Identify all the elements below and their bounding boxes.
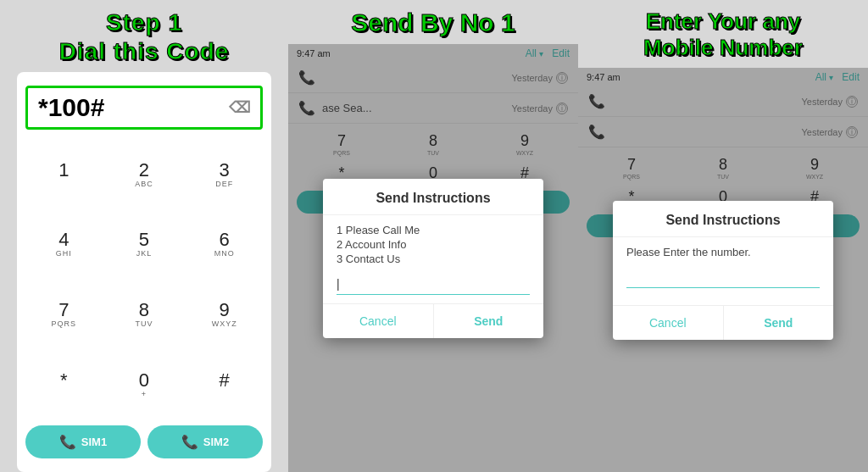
dialog-title-3: Send Instructions <box>613 201 833 237</box>
dialog-title-2: Send Instructions <box>323 179 543 215</box>
phone-screen-1: *100# ⌫ 1 2ABC 3DEF 4GHI 5JKL 6MNO 7PQRS… <box>17 72 271 472</box>
dialog-item-1: 1 Please Call Me <box>337 224 530 236</box>
panel3-label-bg: Enter Your any Mobile Number <box>578 0 868 68</box>
dialog-item-2: 2 Account Info <box>337 238 530 251</box>
dial-key-3[interactable]: 3DEF <box>186 142 263 208</box>
dialog-input-3[interactable] <box>626 267 820 288</box>
dial-key-hash[interactable]: # <box>186 352 263 419</box>
dial-key-1[interactable]: 1 <box>25 142 103 208</box>
send-by-title: Send By No 1 <box>297 8 570 37</box>
send-instructions-dialog-2: Send Instructions 1 Please Call Me 2 Acc… <box>323 179 543 338</box>
cancel-button-2[interactable]: Cancel <box>323 304 434 338</box>
dialog-item-3: 3 Contact Us <box>337 253 530 265</box>
panel-step2: Send By No 1 9:47 am All ▾ Edit 📞 Yester… <box>288 0 578 472</box>
sim2-call-button[interactable]: 📞 SIM2 <box>147 425 263 458</box>
dialog-body-3: Please Enter the number. <box>613 237 833 305</box>
dialog-body-2: 1 Please Call Me 2 Account Info 3 Contac… <box>323 215 543 303</box>
panel-step3: Enter Your any Mobile Number 9:47 am All… <box>578 0 868 472</box>
step1-title: Step 1 Dial this Code <box>59 8 230 65</box>
phone-icon-sim2: 📞 <box>181 434 198 450</box>
code-text: *100# <box>38 93 104 122</box>
dialog-prompt-3: Please Enter the number. <box>626 246 820 258</box>
dial-key-0[interactable]: 0+ <box>106 352 183 419</box>
panel2-label-bg: Send By No 1 <box>288 0 578 44</box>
dial-key-5[interactable]: 5JKL <box>106 212 183 279</box>
send-instructions-dialog-3: Send Instructions Please Enter the numbe… <box>613 201 833 340</box>
enter-title: Enter Your any Mobile Number <box>587 8 860 61</box>
cancel-button-3[interactable]: Cancel <box>613 306 724 340</box>
phone-icon-sim1: 📞 <box>59 434 76 450</box>
dial-key-4[interactable]: 4GHI <box>25 212 103 279</box>
dial-key-9[interactable]: 9WXYZ <box>186 282 263 349</box>
delete-icon[interactable]: ⌫ <box>229 98 250 117</box>
dialog-overlay-2: Send Instructions 1 Please Call Me 2 Acc… <box>288 44 578 472</box>
sim1-call-button[interactable]: 📞 SIM1 <box>25 425 141 458</box>
dial-key-6[interactable]: 6MNO <box>186 212 263 279</box>
send-button-2[interactable]: Send <box>434 304 544 338</box>
dial-key-7[interactable]: 7PQRS <box>25 282 103 349</box>
dial-grid-1: 1 2ABC 3DEF 4GHI 5JKL 6MNO 7PQRS 8TUV 9W… <box>25 142 263 419</box>
phone-bg-2: 9:47 am All ▾ Edit 📞 Yesterday ⓘ 📞 ase S… <box>288 44 578 472</box>
sim2-label: SIM2 <box>203 436 229 448</box>
dialog-buttons-2: Cancel Send <box>323 303 543 338</box>
call-bar-1: 📞 SIM1 📞 SIM2 <box>25 419 263 464</box>
dial-key-2[interactable]: 2ABC <box>106 142 183 208</box>
sim1-label: SIM1 <box>81 436 107 448</box>
panel-step1: Step 1 Dial this Code *100# ⌫ 1 2ABC 3DE… <box>0 0 288 472</box>
dial-key-8[interactable]: 8TUV <box>106 282 183 349</box>
dialog-buttons-3: Cancel Send <box>613 305 833 340</box>
send-button-3[interactable]: Send <box>724 306 834 340</box>
code-display: *100# ⌫ <box>25 86 263 130</box>
phone-bg-3: 9:47 am All ▾ Edit 📞 Yesterday ⓘ 📞 Yeste… <box>578 68 868 472</box>
dialog-overlay-3: Send Instructions Please Enter the numbe… <box>578 68 868 472</box>
dialog-input-2[interactable] <box>337 274 530 295</box>
dial-key-star[interactable]: * <box>25 352 103 419</box>
